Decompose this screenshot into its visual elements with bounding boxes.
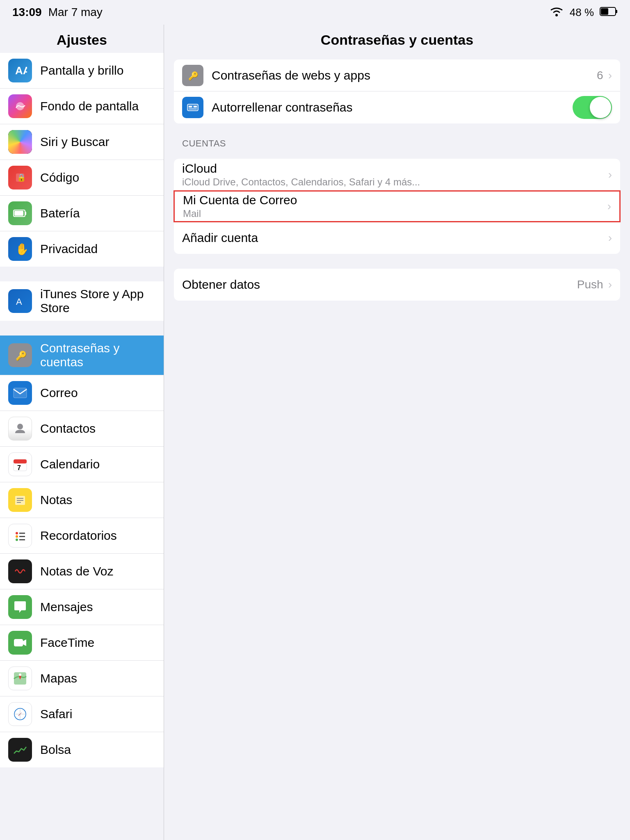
micuenta-label: Mi Cuenta de Correo bbox=[183, 193, 606, 207]
right-section-accounts: iCloud iCloud Drive, Contactos, Calendar… bbox=[174, 159, 620, 254]
siri-icon bbox=[8, 130, 32, 154]
svg-text:A: A bbox=[16, 297, 22, 307]
right-row-icloud[interactable]: iCloud iCloud Drive, Contactos, Calendar… bbox=[174, 159, 620, 191]
sidebar-item-display[interactable]: AA Pantalla y brillo bbox=[0, 53, 164, 89]
right-row-micuenta[interactable]: Mi Cuenta de Correo Mail › bbox=[173, 190, 621, 222]
svg-rect-37 bbox=[187, 104, 198, 111]
sidebar-item-siri-label: Siri y Buscar bbox=[40, 135, 109, 149]
svg-rect-14 bbox=[14, 388, 27, 398]
sidebar-item-calendar[interactable]: 7 Calendario bbox=[0, 447, 164, 482]
svg-point-15 bbox=[17, 424, 23, 429]
passwords-sidebar-icon: 🔑 bbox=[8, 343, 32, 367]
sidebar-item-mail[interactable]: Correo bbox=[0, 375, 164, 411]
sidebar-item-facetime-label: FaceTime bbox=[40, 636, 94, 650]
right-section-top: 🔑 Contraseñas de webs y apps 6 › bbox=[174, 59, 620, 123]
right-row-autofill[interactable]: Autorrellenar contraseñas bbox=[174, 91, 620, 123]
right-row-fetch[interactable]: Obtener datos Push › bbox=[174, 269, 620, 301]
sidebar-item-code[interactable]: 🔒 Código bbox=[0, 160, 164, 196]
svg-text:🔑: 🔑 bbox=[188, 71, 199, 81]
svg-rect-29 bbox=[14, 639, 23, 646]
sidebar-item-appstore-label: iTunes Store y App Store bbox=[40, 287, 155, 315]
sidebar-item-privacy[interactable]: ✋ Privacidad bbox=[0, 231, 164, 267]
sidebar-item-contacts-label: Contactos bbox=[40, 422, 96, 436]
sidebar-section-accounts: 🔑 Contraseñas y cuentas Correo bbox=[0, 336, 164, 767]
webpasswords-icon: 🔑 bbox=[182, 65, 203, 86]
right-row-webpasswords[interactable]: 🔑 Contraseñas de webs y apps 6 › bbox=[174, 59, 620, 91]
autofill-icon bbox=[182, 97, 203, 118]
right-section-fetch: Obtener datos Push › bbox=[174, 269, 620, 301]
sidebar-item-battery[interactable]: Batería bbox=[0, 196, 164, 231]
sidebar-item-voicememos[interactable]: Notas de Voz bbox=[0, 554, 164, 589]
status-time: 13:09 bbox=[12, 6, 42, 19]
sidebar: Ajustes AA Pantalla y brillo Fondo de pa… bbox=[0, 25, 164, 840]
sidebar-item-facetime[interactable]: FaceTime bbox=[0, 625, 164, 661]
svg-rect-3 bbox=[601, 8, 608, 15]
sidebar-item-wallpaper[interactable]: Fondo de pantalla bbox=[0, 89, 164, 124]
fetch-content: Obtener datos bbox=[182, 278, 577, 292]
addaccount-chevron: › bbox=[608, 231, 612, 244]
status-right: 48 % bbox=[549, 6, 618, 19]
sidebar-item-battery-label: Batería bbox=[40, 206, 80, 220]
battery-icon bbox=[600, 6, 618, 18]
reminders-icon bbox=[8, 524, 32, 548]
svg-text:🔒: 🔒 bbox=[17, 173, 26, 182]
svg-point-24 bbox=[16, 535, 18, 538]
sidebar-item-stocks[interactable]: Bolsa bbox=[0, 732, 164, 767]
svg-text:7: 7 bbox=[17, 464, 21, 471]
display-icon: AA bbox=[8, 59, 32, 82]
sidebar-item-passwords-label: Contraseñas y cuentas bbox=[40, 341, 155, 369]
sidebar-section-display: AA Pantalla y brillo Fondo de pantalla S… bbox=[0, 53, 164, 267]
appstore-icon: A bbox=[8, 289, 32, 313]
wallpaper-icon bbox=[8, 94, 32, 118]
voicememos-icon bbox=[8, 559, 32, 583]
mail-icon bbox=[8, 381, 32, 405]
contacts-icon bbox=[8, 417, 32, 441]
battery-app-icon bbox=[8, 201, 32, 225]
autofill-toggle[interactable] bbox=[573, 96, 612, 119]
calendar-icon: 7 bbox=[8, 452, 32, 476]
sidebar-item-notes[interactable]: Notas bbox=[0, 482, 164, 518]
sidebar-item-stocks-label: Bolsa bbox=[40, 743, 71, 757]
sidebar-item-maps[interactable]: Mapas bbox=[0, 661, 164, 696]
svg-point-25 bbox=[16, 539, 18, 541]
sidebar-item-maps-label: Mapas bbox=[40, 671, 77, 685]
svg-rect-17 bbox=[14, 459, 27, 463]
sidebar-item-mail-label: Correo bbox=[40, 386, 78, 400]
sidebar-item-passwords[interactable]: 🔑 Contraseñas y cuentas bbox=[0, 336, 164, 375]
icloud-content: iCloud iCloud Drive, Contactos, Calendar… bbox=[182, 162, 607, 188]
sidebar-item-calendar-label: Calendario bbox=[40, 457, 100, 471]
sidebar-item-privacy-label: Privacidad bbox=[40, 242, 98, 256]
addaccount-content: Añadir cuenta bbox=[182, 231, 607, 245]
svg-point-23 bbox=[16, 532, 18, 534]
svg-rect-39 bbox=[194, 106, 197, 107]
status-bar: 13:09 Mar 7 may 48 % bbox=[0, 0, 630, 25]
section-label-accounts: CUENTAS bbox=[164, 130, 630, 152]
sidebar-item-display-label: Pantalla y brillo bbox=[40, 64, 123, 78]
webpasswords-value: 6 bbox=[597, 69, 603, 82]
stocks-icon bbox=[8, 738, 32, 762]
maps-icon bbox=[8, 667, 32, 690]
sidebar-item-reminders-label: Recordatorios bbox=[40, 529, 117, 543]
facetime-icon bbox=[8, 631, 32, 655]
sidebar-item-code-label: Código bbox=[40, 171, 79, 185]
sidebar-item-messages-label: Mensajes bbox=[40, 600, 93, 614]
sidebar-title: Ajustes bbox=[57, 32, 107, 48]
wifi-icon bbox=[549, 6, 564, 19]
sidebar-item-appstore[interactable]: A iTunes Store y App Store bbox=[0, 281, 164, 321]
right-row-addaccount[interactable]: Añadir cuenta › bbox=[174, 222, 620, 254]
icloud-label: iCloud bbox=[182, 162, 607, 176]
svg-rect-38 bbox=[189, 106, 192, 107]
sidebar-item-safari[interactable]: Safari bbox=[0, 696, 164, 732]
sidebar-item-contacts[interactable]: Contactos bbox=[0, 411, 164, 447]
sidebar-item-messages[interactable]: Mensajes bbox=[0, 589, 164, 625]
sidebar-item-reminders[interactable]: Recordatorios bbox=[0, 518, 164, 554]
toggle-knob bbox=[590, 97, 611, 118]
autofill-content: Autorrellenar contraseñas bbox=[212, 100, 573, 114]
sidebar-item-wallpaper-label: Fondo de pantalla bbox=[40, 99, 139, 113]
fetch-value: Push bbox=[577, 278, 603, 291]
autofill-label: Autorrellenar contraseñas bbox=[212, 100, 353, 114]
sidebar-header: Ajustes bbox=[0, 25, 164, 53]
sidebar-item-siri[interactable]: Siri y Buscar bbox=[0, 124, 164, 160]
sidebar-section-appstore: A iTunes Store y App Store bbox=[0, 281, 164, 321]
right-title: Contraseñas y cuentas bbox=[321, 32, 473, 48]
